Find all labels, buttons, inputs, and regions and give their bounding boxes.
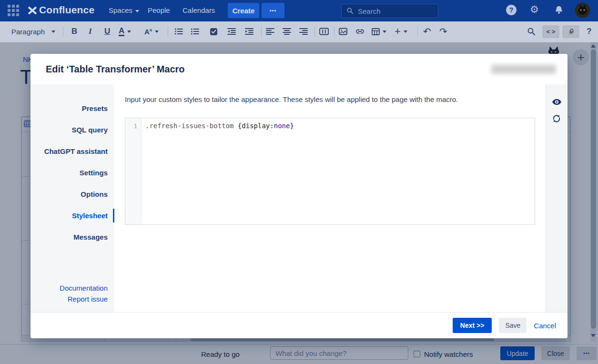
next-button[interactable]: Next >> (453, 318, 492, 333)
eye-icon[interactable] (552, 98, 562, 108)
stylesheet-panel: Input your custom styles to tailor the a… (114, 84, 546, 312)
confluence-logo-icon[interactable] (27, 5, 38, 18)
search-placeholder: Search (358, 7, 381, 15)
toolbar-divider (168, 26, 168, 37)
redo-button[interactable]: ↷ (439, 21, 447, 41)
paragraph-style-select[interactable]: Paragraph (11, 21, 55, 41)
tab-settings[interactable]: Settings (30, 162, 114, 183)
tab-presets[interactable]: Presets (30, 98, 114, 119)
dialog-body: Presets SQL query ChatGPT assistant Sett… (30, 84, 568, 312)
chevron-down-icon (404, 30, 407, 33)
bell-icon[interactable] (554, 5, 564, 17)
source-editor-button[interactable]: < > (542, 25, 559, 38)
css-code-editor[interactable]: 1 .refresh-issues-bottom {display:none} (125, 118, 535, 225)
text-styles-button[interactable]: Ao (144, 21, 159, 41)
underline-button[interactable]: U (104, 21, 110, 41)
logo-text[interactable]: Confluence (39, 4, 94, 16)
toolbar-help-button[interactable]: ? (587, 21, 591, 41)
code-line[interactable]: .refresh-issues-bottom {display:none} (142, 118, 294, 224)
gear-icon[interactable]: ⚙ (530, 4, 539, 15)
rocket-icon[interactable] (562, 25, 579, 38)
undo-button[interactable]: ↶ (423, 21, 431, 41)
dialog-side-actions (546, 84, 568, 312)
table-icon[interactable] (372, 21, 386, 41)
chevron-down-icon (383, 30, 386, 33)
save-button[interactable]: Save (499, 318, 527, 333)
confluence-window: Confluence Spaces People Calendars Creat… (0, 0, 598, 364)
edit-macro-dialog: Edit ‘Table Transformer’ Macro Presets S… (30, 54, 568, 338)
tab-stylesheet[interactable]: Stylesheet (30, 205, 114, 226)
instruction-text: Input your custom styles to tailor the a… (125, 95, 531, 104)
task-icon[interactable] (210, 21, 218, 41)
outdent-icon[interactable] (227, 21, 236, 41)
avatar[interactable] (575, 3, 590, 18)
app-switcher-icon[interactable] (8, 5, 20, 17)
toolbar-divider (417, 26, 418, 37)
italic-button[interactable]: I (89, 21, 92, 41)
line-number-gutter: 1 (125, 118, 142, 224)
bullet-list-icon[interactable] (174, 21, 183, 41)
toolbar-divider (261, 26, 262, 37)
numbered-list-icon[interactable] (191, 21, 199, 41)
layout-icon[interactable] (319, 21, 329, 41)
report-issue-link[interactable]: Report issue (60, 293, 108, 304)
insert-more-button[interactable]: + (395, 21, 407, 41)
chevron-down-icon (127, 30, 131, 33)
tab-chatgpt-assistant[interactable]: ChatGPT assistant (30, 141, 114, 162)
create-button[interactable]: Create (228, 3, 259, 18)
image-icon[interactable] (339, 21, 347, 41)
dialog-title: Edit ‘Table Transformer’ Macro (46, 54, 185, 84)
redacted-version-text (491, 65, 556, 74)
search-icon (346, 7, 354, 15)
nav-people[interactable]: People (148, 6, 170, 14)
refresh-icon[interactable] (552, 114, 561, 125)
toolbar-divider (334, 26, 334, 37)
align-right-icon[interactable] (299, 21, 308, 41)
search-input[interactable]: Search (341, 4, 438, 18)
link-icon[interactable] (355, 21, 365, 41)
cat-ears-icon (548, 46, 559, 54)
align-left-icon[interactable] (266, 21, 274, 41)
find-replace-icon[interactable] (527, 21, 536, 41)
indent-icon[interactable] (245, 21, 253, 41)
documentation-link[interactable]: Documentation (60, 283, 108, 293)
nav-calendars[interactable]: Calendars (182, 6, 215, 14)
text-color-button[interactable]: A (119, 21, 131, 41)
chevron-down-icon (155, 30, 159, 33)
help-icon[interactable]: ? (506, 5, 517, 15)
dialog-header: Edit ‘Table Transformer’ Macro (30, 54, 568, 84)
nav-spaces[interactable]: Spaces (109, 6, 139, 14)
nav-more-button[interactable]: ••• (262, 3, 284, 18)
align-center-icon[interactable] (283, 21, 291, 41)
toolbar-divider (314, 26, 315, 37)
dialog-sidebar: Presets SQL query ChatGPT assistant Sett… (30, 84, 114, 312)
cancel-button[interactable]: Cancel (534, 322, 556, 330)
tab-options[interactable]: Options (30, 183, 114, 205)
bold-button[interactable]: B (71, 21, 77, 41)
editor-toolbar: Paragraph B I U A Ao (0, 21, 598, 42)
tab-messages[interactable]: Messages (30, 226, 114, 248)
toolbar-divider (63, 26, 63, 37)
top-navbar: Confluence Spaces People Calendars Creat… (0, 0, 598, 21)
chevron-down-icon (135, 10, 139, 12)
chevron-down-icon (51, 30, 55, 33)
dialog-footer: Next >> Save Cancel (30, 312, 568, 338)
tab-sql-query[interactable]: SQL query (30, 119, 114, 141)
